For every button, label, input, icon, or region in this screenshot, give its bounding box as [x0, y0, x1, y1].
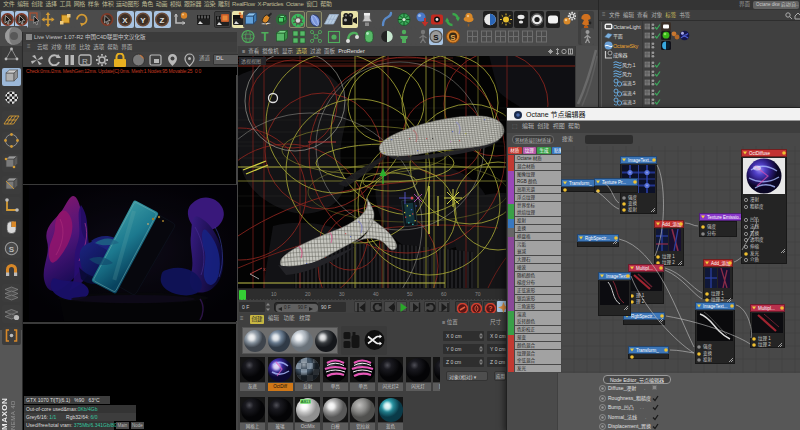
svg-text:S: S: [450, 33, 456, 42]
svg-text:S: S: [9, 245, 15, 254]
svg-text:R: R: [82, 57, 88, 66]
svg-text:T: T: [261, 30, 269, 44]
svg-text:S: S: [433, 33, 439, 42]
svg-text:Y: Y: [140, 16, 146, 25]
svg-text:?: ?: [488, 305, 492, 312]
svg-text:X: X: [122, 16, 128, 25]
svg-text:Z: Z: [160, 16, 165, 25]
